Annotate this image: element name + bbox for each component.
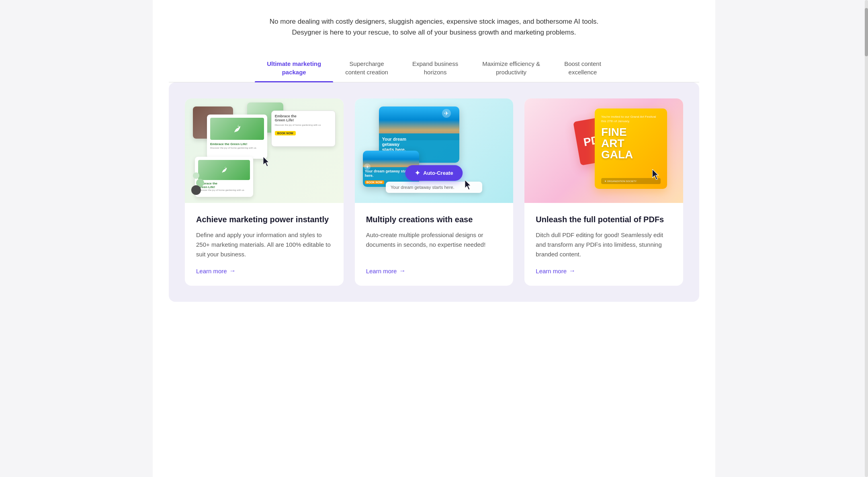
tab-maximize[interactable]: Maximize efficiency & productivity (470, 54, 552, 82)
cursor-icon-autocreate (465, 180, 473, 193)
header-line1: No more dealing with costly designers, s… (253, 16, 615, 27)
card-marketing-image: Embrace the Green Life! Discover the joy… (185, 98, 344, 203)
page-wrapper: No more dealing with costly designers, s… (153, 0, 715, 477)
scrollbar-thumb[interactable] (865, 8, 868, 56)
pdf-wrapper: PDF ☝ → You're invited to our Grand Art … (524, 98, 683, 203)
card-pdf: PDF ☝ → You're invited to our Grand Art … (524, 98, 683, 286)
tab-ultimate[interactable]: Ultimate marketing package (255, 54, 333, 82)
card-marketing-learn-more[interactable]: Learn more → (196, 267, 332, 274)
learn-more-arrow-icon: → (229, 267, 236, 274)
gala-title-text: FINEARTGALA (601, 127, 661, 160)
card-pdf-body: Unleash the full potential of PDFs Ditch… (524, 203, 683, 286)
learn-more-arrow-icon3: → (569, 267, 575, 274)
card-autocreate-title: Multiply creations with ease (366, 214, 502, 225)
cards-grid: Embrace the Green Life! Discover the joy… (185, 98, 683, 286)
cursor-icon (263, 157, 271, 170)
card-pdf-description: Ditch dull PDF editing for good! Seamles… (536, 230, 672, 259)
autocreate-wrapper: Your dreamgetawaystarts here. BOOK NOW Y… (355, 98, 514, 203)
card-pdf-image: PDF ☝ → You're invited to our Grand Art … (524, 98, 683, 203)
card-autocreate-learn-more[interactable]: Learn more → (366, 267, 502, 274)
card-autocreate-body: Multiply creations with ease Auto-create… (355, 203, 514, 286)
sparkle-icon: ✦ (415, 169, 420, 177)
card-pdf-learn-more[interactable]: Learn more → (536, 267, 672, 274)
card-autocreate: Your dreamgetawaystarts here. BOOK NOW Y… (355, 98, 514, 286)
card-marketing-description: Define and apply your information and st… (196, 230, 332, 259)
book-btn-small1: BOOK NOW (365, 180, 384, 184)
header-line2: Desygner is here to your rescue, to solv… (253, 27, 615, 38)
card-marketing-body: Achieve marketing power instantly Define… (185, 203, 344, 286)
card-marketing-title: Achieve marketing power instantly (196, 214, 332, 225)
tab-supercharge[interactable]: Supercharge content creation (333, 54, 400, 82)
learn-more-arrow-icon2: → (399, 267, 405, 274)
collage-wide-card: Embrace theGreen Life! Discover the joy … (271, 111, 336, 147)
card-autocreate-image: Your dreamgetawaystarts here. BOOK NOW Y… (355, 98, 514, 203)
collage-card2: Embrace theGreen Life! Discover the joy … (195, 157, 253, 197)
marketing-collage: Embrace the Green Life! Discover the joy… (185, 98, 344, 203)
gala-invitation-text: You're invited to our Grand Art Festival… (601, 115, 661, 123)
tab-boost[interactable]: Boost content excellence (552, 54, 613, 82)
card-autocreate-description: Auto-create multiple professional design… (366, 230, 502, 259)
collage-card1: Embrace the Green Life! Discover the joy… (207, 115, 267, 159)
card-marketing: Embrace the Green Life! Discover the joy… (185, 98, 344, 286)
scrollbar[interactable] (865, 0, 868, 477)
card-pdf-title: Unleash the full potential of PDFs (536, 214, 672, 225)
tabs-nav: Ultimate marketing package Supercharge c… (169, 54, 699, 82)
header-text-block: No more dealing with costly designers, s… (253, 8, 615, 54)
gala-bottom-bar: ✦ ORGANIZATION SOCIETY (601, 178, 661, 184)
paper-plane-icon-small: ✈ (364, 164, 371, 170)
cursor-icon-gala (652, 169, 661, 183)
content-area: Embrace the Green Life! Discover the joy… (169, 82, 699, 302)
beach-card-title-large: Your dreamgetawaystarts here. (382, 137, 456, 153)
tab-expand[interactable]: Expand business horizons (400, 54, 470, 82)
auto-create-button[interactable]: ✦ Auto-Create (405, 165, 463, 181)
